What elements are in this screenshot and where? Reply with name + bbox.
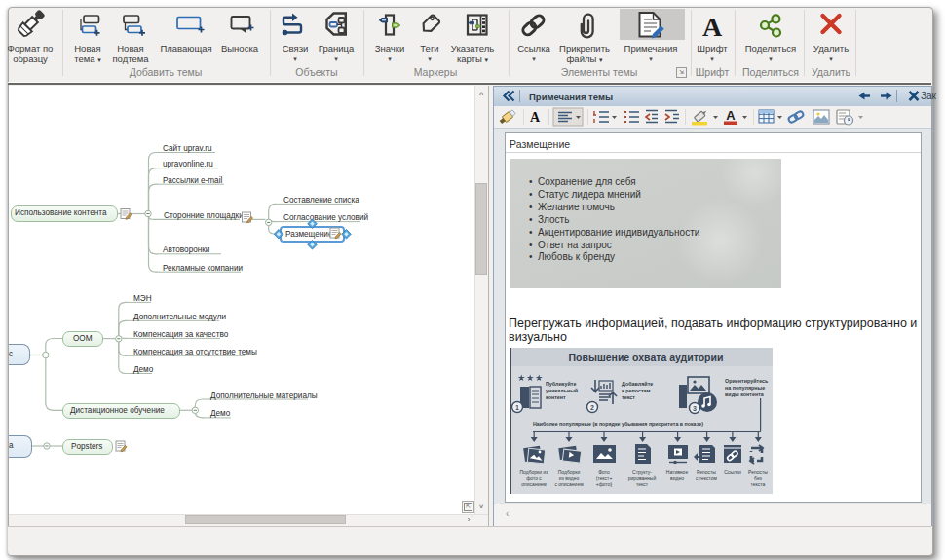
svg-text:1: 1 — [515, 404, 519, 411]
svg-text:Публикуйте: Публикуйте — [546, 381, 576, 387]
svg-text:Ориентируйтесь: Ориентируйтесь — [725, 378, 769, 384]
svg-text:уникальный: уникальный — [546, 388, 578, 393]
svg-text:Добавляйте: Добавляйте — [622, 381, 653, 387]
svg-text:2: 2 — [590, 404, 594, 411]
svg-text:к репостам: к репостам — [622, 388, 651, 393]
svg-text:Ссылки: Ссылки — [724, 469, 741, 475]
svg-text:контент: контент — [546, 394, 566, 400]
svg-text:A: A — [530, 110, 541, 125]
svg-text:видео: видео — [670, 475, 684, 481]
svg-text:на популярные: на популярные — [725, 385, 765, 391]
svg-text:виды контента: виды контента — [725, 392, 765, 397]
svg-text:Наиболее популярные (в порядке: Наиболее популярные (в порядке убывания … — [533, 421, 703, 427]
svg-text:A: A — [726, 108, 736, 123]
svg-text:A: A — [702, 12, 723, 42]
svg-text:с описанием: с описанием — [554, 481, 584, 487]
svg-text:текст: текст — [622, 394, 635, 400]
svg-text:текста: текста — [751, 481, 766, 487]
svg-text:описанием: описанием — [521, 481, 547, 487]
svg-text:+фото): +фото) — [596, 481, 613, 487]
svg-text:текст: текст — [636, 481, 649, 487]
svg-text:Повышение охвата аудитории: Повышение охвата аудитории — [569, 352, 724, 363]
svg-text:3: 3 — [693, 405, 697, 412]
svg-text:с текстом: с текстом — [696, 475, 718, 481]
